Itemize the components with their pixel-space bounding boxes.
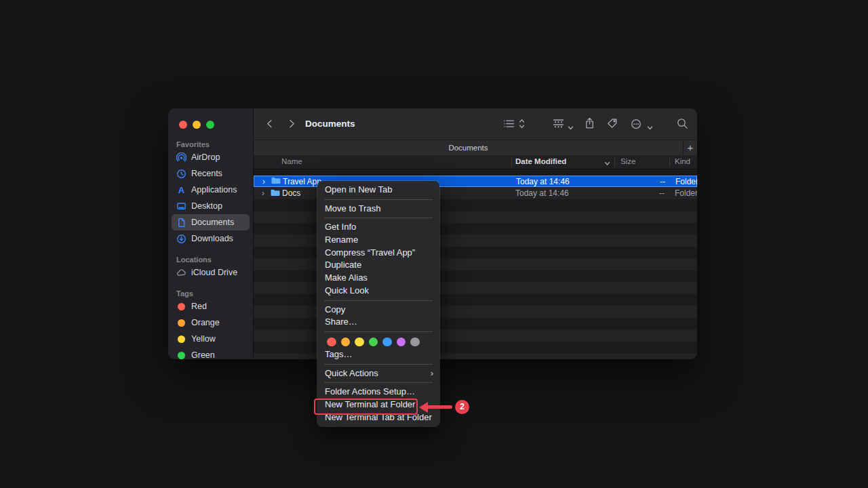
menu-item-copy[interactable]: Copy: [317, 304, 439, 317]
disclosure-chevron-icon[interactable]: ›: [262, 188, 264, 198]
menu-item-get-info[interactable]: Get Info: [317, 221, 439, 234]
context-menu: Open in New Tab Move to Trash Get Info R…: [317, 181, 439, 426]
sidebar-item-airdrop[interactable]: AirDrop: [172, 149, 250, 165]
annotation-step-badge: 2: [455, 400, 469, 414]
annotation-arrow-shaft: [427, 405, 452, 409]
back-button[interactable]: [265, 119, 275, 131]
group-by-chevron[interactable]: [568, 121, 574, 134]
zoom-window-button[interactable]: [206, 121, 214, 129]
sidebar-item-downloads[interactable]: Downloads: [172, 230, 250, 247]
sidebar-item-label: Applications: [191, 185, 237, 195]
more-actions-chevron[interactable]: [647, 121, 653, 134]
column-header-kind[interactable]: Kind: [675, 157, 690, 165]
tag-color-gray[interactable]: [410, 338, 420, 347]
tag-icon: [607, 118, 618, 129]
sidebar-item-tag-yellow[interactable]: Yellow: [172, 331, 250, 347]
menu-item-label: Quick Actions: [325, 368, 378, 378]
share-button[interactable]: [585, 117, 595, 132]
menu-item-quick-actions[interactable]: Quick Actions ›: [317, 367, 439, 380]
search-button[interactable]: [677, 118, 688, 132]
menu-separator: [324, 382, 433, 383]
tag-color-green[interactable]: [369, 338, 378, 347]
column-header-size[interactable]: Size: [620, 157, 635, 165]
tag-color-blue[interactable]: [382, 338, 392, 347]
menu-item-share[interactable]: Share…: [317, 316, 439, 329]
view-mode-button[interactable]: [503, 119, 515, 131]
column-header-name[interactable]: Name: [281, 157, 302, 165]
menu-item-make-alias[interactable]: Make Alias: [317, 272, 439, 285]
new-tab-button[interactable]: +: [683, 140, 697, 155]
file-size: --: [642, 177, 665, 186]
folder-icon: [271, 177, 281, 186]
file-date-modified: Today at 14:46: [516, 177, 570, 186]
sidebar-item-desktop[interactable]: Desktop: [172, 198, 250, 214]
sidebar-item-tag-red[interactable]: Red: [172, 298, 250, 314]
up-down-chevrons-icon: [519, 118, 525, 129]
file-size: --: [642, 188, 665, 198]
tag-color-purple[interactable]: [397, 338, 406, 347]
file-kind: Folder: [675, 188, 697, 198]
sidebar-item-label: Green: [191, 350, 215, 359]
sidebar-item-icloud-drive[interactable]: iCloud Drive: [172, 264, 250, 281]
column-divider[interactable]: [511, 158, 512, 167]
sidebar-section-tags: Tags: [168, 289, 253, 298]
orange-tag-dot: [178, 319, 185, 327]
sidebar-item-label: Recents: [191, 169, 222, 178]
column-headers: Name Date Modified Size Kind: [254, 155, 697, 169]
sidebar-item-label: Downloads: [191, 234, 233, 243]
annotation-highlight-box: [314, 399, 418, 415]
sidebar-item-documents[interactable]: Documents: [172, 214, 250, 230]
forward-chevron-icon: [287, 119, 296, 129]
close-window-button[interactable]: [179, 121, 187, 129]
submenu-chevron-icon: ›: [431, 367, 433, 380]
forward-button[interactable]: [287, 119, 296, 131]
list-view-icon: [503, 119, 515, 129]
menu-item-tags[interactable]: Tags…: [317, 348, 439, 361]
documents-icon: [176, 218, 186, 228]
column-header-date-modified[interactable]: Date Modified: [515, 157, 566, 165]
sidebar-item-applications[interactable]: A Applications: [172, 182, 250, 198]
minimize-window-button[interactable]: [193, 121, 201, 129]
sidebar-item-label: Orange: [191, 318, 220, 327]
desktop-icon: [176, 201, 186, 211]
menu-item-move-to-trash[interactable]: Move to Trash: [317, 203, 439, 216]
menu-separator: [324, 364, 433, 365]
tag-color-yellow[interactable]: [355, 338, 364, 347]
view-mode-stepper[interactable]: [519, 118, 525, 132]
window-title: Documents: [305, 119, 355, 129]
tab-bar: Documents +: [254, 140, 697, 155]
downloads-icon: [176, 234, 186, 244]
column-divider[interactable]: [614, 158, 615, 167]
sidebar-item-tag-green[interactable]: Green: [172, 347, 250, 359]
finder-sidebar: Favorites AirDrop Recents: [168, 108, 253, 359]
chevron-down-icon: [568, 125, 574, 131]
menu-item-quick-look[interactable]: Quick Look: [317, 285, 439, 298]
sidebar-item-label: Desktop: [191, 201, 222, 211]
sidebar-item-tag-orange[interactable]: Orange: [172, 314, 250, 331]
folder-icon: [271, 189, 280, 199]
file-name: Docs: [282, 188, 300, 198]
ellipsis-circle-icon: [631, 119, 642, 129]
traffic-lights: [179, 121, 214, 129]
chevron-down-icon: [647, 125, 653, 131]
tab-documents[interactable]: Documents: [254, 140, 683, 155]
red-tag-dot: [178, 303, 185, 310]
sort-chevron-icon: [604, 160, 610, 168]
tag-color-orange[interactable]: [341, 338, 351, 347]
group-by-button[interactable]: [552, 119, 565, 131]
menu-item-folder-actions-setup[interactable]: Folder Actions Setup…: [317, 386, 439, 399]
menu-item-duplicate[interactable]: Duplicate: [317, 259, 439, 272]
menu-item-compress[interactable]: Compress “Travel App”: [317, 247, 439, 260]
tag-button[interactable]: [607, 118, 618, 131]
airdrop-icon: [176, 152, 186, 163]
green-tag-dot: [178, 352, 185, 359]
sidebar-item-recents[interactable]: Recents: [172, 165, 250, 182]
menu-separator: [324, 331, 433, 332]
menu-item-rename[interactable]: Rename: [317, 234, 439, 247]
column-divider[interactable]: [669, 158, 670, 167]
disclosure-chevron-icon[interactable]: ›: [262, 177, 265, 186]
tag-color-red[interactable]: [327, 338, 336, 347]
menu-item-open-in-new-tab[interactable]: Open in New Tab: [317, 184, 439, 197]
more-actions-button[interactable]: [631, 119, 642, 132]
menu-separator: [324, 218, 433, 218]
